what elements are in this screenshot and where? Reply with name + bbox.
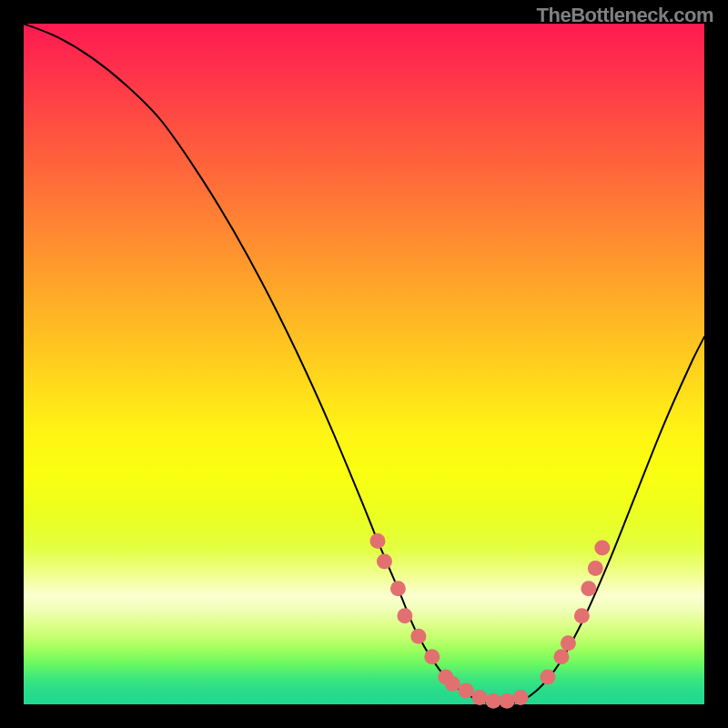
watermark-text: TheBottleneck.com xyxy=(537,4,713,27)
curve-marker xyxy=(369,533,385,549)
curve-markers xyxy=(369,533,610,709)
chart-svg xyxy=(24,24,704,704)
curve-marker xyxy=(424,649,440,664)
curve-marker xyxy=(500,693,515,709)
curve-marker xyxy=(553,649,569,664)
curve-marker xyxy=(472,690,488,705)
curve-marker xyxy=(410,629,426,644)
curve-marker xyxy=(377,553,392,569)
curve-marker xyxy=(574,608,590,623)
curve-marker xyxy=(588,561,603,576)
curve-marker xyxy=(540,670,555,685)
curve-marker xyxy=(561,635,576,651)
curve-marker xyxy=(513,690,529,705)
curve-marker xyxy=(459,683,474,699)
curve-marker xyxy=(390,581,406,596)
chart-frame: TheBottleneck.com xyxy=(0,0,728,728)
curve-marker xyxy=(486,693,501,709)
bottleneck-curve xyxy=(24,24,704,704)
curve-marker xyxy=(581,581,596,596)
curve-marker xyxy=(445,676,460,692)
curve-marker xyxy=(397,608,412,623)
curve-marker xyxy=(594,540,610,555)
plot-area xyxy=(24,24,704,704)
